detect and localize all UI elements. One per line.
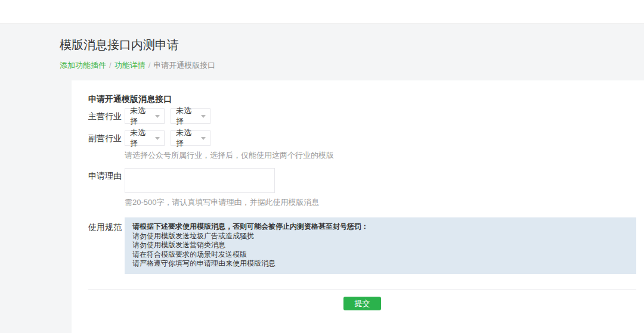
reason-label: 申请理由: [88, 168, 125, 183]
reason-hint: 需20-500字，请认真填写申请理由，并据此使用模版消息: [125, 197, 319, 207]
primary-industry-label: 主营行业: [88, 108, 125, 124]
breadcrumb-separator: /: [109, 61, 112, 70]
breadcrumb-current-page: 申请开通模版接口: [153, 61, 215, 70]
chevron-down-icon: [201, 115, 206, 118]
secondary-industry-row: 副营行业 未选择 未选择 请选择公众号所属行业，选择后，仅能使用这两个行业的模版: [88, 130, 636, 160]
industry-hint: 请选择公众号所属行业，选择后，仅能使用这两个行业的模版: [125, 150, 334, 160]
usage-rules-box: 请根据下述要求使用模版消息，否则可能会被停止内测资格甚至封号惩罚： 请勿使用模版…: [125, 217, 636, 274]
secondary-industry-select-2-value: 未选择: [176, 127, 199, 149]
top-navigation-bar: [0, 0, 644, 24]
breadcrumb-add-plugin-link[interactable]: 添加功能插件: [60, 61, 106, 70]
primary-industry-select-2-value: 未选择: [176, 105, 199, 127]
breadcrumb: 添加功能插件/功能详情/申请开通模版接口: [60, 60, 644, 70]
chevron-down-icon: [155, 115, 160, 118]
usage-rule-item: 请在符合模版要求的场景时发送模版: [132, 250, 628, 260]
secondary-industry-select-1[interactable]: 未选择: [125, 130, 165, 146]
usage-rules-title: 请根据下述要求使用模版消息，否则可能会被停止内测资格甚至封号惩罚：: [132, 222, 628, 232]
secondary-industry-select-1-value: 未选择: [130, 127, 153, 149]
submit-area: 提交: [88, 297, 636, 310]
usage-rules-label: 使用规范: [88, 217, 125, 232]
usage-rules-row: 使用规范 请根据下述要求使用模版消息，否则可能会被停止内测资格甚至封号惩罚： 请…: [88, 217, 636, 274]
application-form-card: 申请开通模版消息接口 主营行业 未选择 未选择 副营行业 未选择 未选择: [72, 80, 644, 333]
form-section-title: 申请开通模版消息接口: [88, 94, 636, 104]
primary-industry-select-1[interactable]: 未选择: [125, 108, 165, 124]
submit-button[interactable]: 提交: [343, 297, 381, 310]
primary-industry-select-1-value: 未选择: [130, 105, 153, 127]
secondary-industry-select-2[interactable]: 未选择: [171, 130, 210, 146]
usage-rule-item: 请勿使用模版发送垃圾广告或造成骚扰: [132, 232, 628, 241]
chevron-down-icon: [155, 137, 160, 140]
reason-row: 申请理由 需20-500字，请认真填写申请理由，并据此使用模版消息: [88, 168, 636, 207]
page-header: 模版消息接口内测申请 添加功能插件/功能详情/申请开通模版接口: [0, 24, 644, 70]
secondary-industry-control-group: 未选择 未选择 请选择公众号所属行业，选择后，仅能使用这两个行业的模版: [125, 130, 334, 160]
breadcrumb-separator: /: [148, 61, 151, 70]
reason-textarea[interactable]: [125, 168, 275, 193]
form-divider: [88, 290, 636, 290]
breadcrumb-feature-detail-link[interactable]: 功能详情: [114, 61, 145, 70]
usage-rule-item: 请勿使用模版发送营销类消息: [132, 241, 628, 250]
primary-industry-controls: 未选择 未选择: [125, 108, 210, 124]
usage-rule-item: 请严格遵守你填写的申请理由来使用模版消息: [132, 259, 628, 269]
secondary-industry-label: 副营行业: [88, 130, 125, 146]
secondary-industry-controls: 未选择 未选择: [125, 130, 334, 146]
chevron-down-icon: [201, 137, 206, 140]
primary-industry-row: 主营行业 未选择 未选择: [88, 108, 636, 124]
reason-control-group: 需20-500字，请认真填写申请理由，并据此使用模版消息: [125, 168, 319, 207]
primary-industry-select-2[interactable]: 未选择: [171, 108, 210, 124]
page-title: 模版消息接口内测申请: [60, 36, 644, 53]
